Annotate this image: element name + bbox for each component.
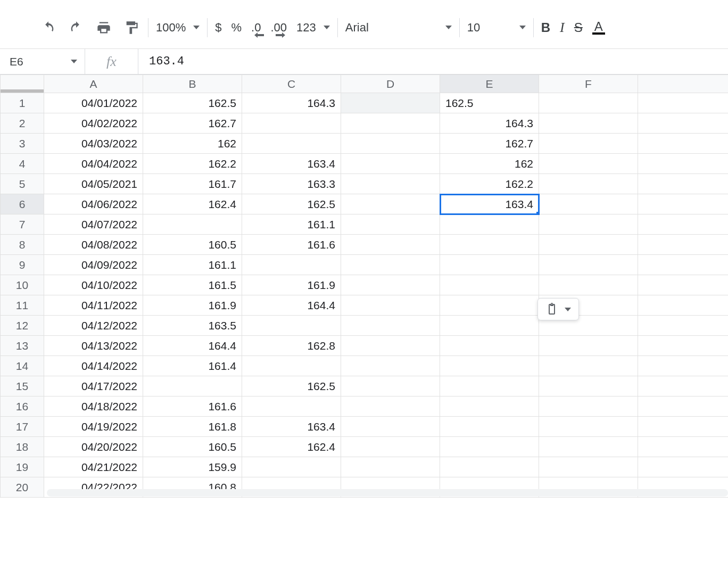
cell-A4[interactable]: 04/04/2022 <box>44 154 143 174</box>
row-header-14[interactable]: 14 <box>1 356 44 376</box>
row-header-12[interactable]: 12 <box>1 316 44 336</box>
cell-blank-2[interactable] <box>638 113 729 134</box>
strikethrough-button[interactable]: S <box>574 20 583 35</box>
cell-D3[interactable] <box>341 134 440 154</box>
row-header-1[interactable]: 1 <box>1 93 44 113</box>
cell-C19[interactable] <box>242 457 341 477</box>
cell-B7[interactable] <box>143 214 242 235</box>
cell-C12[interactable] <box>242 316 341 336</box>
cell-blank-19[interactable] <box>638 457 729 477</box>
col-header-A[interactable]: A <box>44 75 143 93</box>
cell-B12[interactable]: 163.5 <box>143 316 242 336</box>
cell-D19[interactable] <box>341 457 440 477</box>
format-currency-button[interactable]: $ <box>215 21 221 35</box>
cell-C1[interactable]: 164.3 <box>242 93 341 113</box>
cell-blank-6[interactable] <box>638 194 729 214</box>
cell-blank-14[interactable] <box>638 356 729 376</box>
cell-A14[interactable]: 04/14/2022 <box>44 356 143 376</box>
cell-blank-13[interactable] <box>638 336 729 356</box>
cell-A12[interactable]: 04/12/2022 <box>44 316 143 336</box>
font-family-select[interactable]: Arial <box>345 21 452 35</box>
cell-D11[interactable] <box>341 295 440 316</box>
cell-C7[interactable]: 161.1 <box>242 214 341 235</box>
row-header-3[interactable]: 3 <box>1 134 44 154</box>
cell-B17[interactable]: 161.8 <box>143 417 242 437</box>
cell-E15[interactable] <box>440 376 539 396</box>
cell-C4[interactable]: 163.4 <box>242 154 341 174</box>
cell-F13[interactable] <box>539 336 638 356</box>
row-header-8[interactable]: 8 <box>1 235 44 255</box>
cell-F7[interactable] <box>539 214 638 235</box>
cell-B18[interactable]: 160.5 <box>143 437 242 457</box>
cell-B15[interactable] <box>143 376 242 396</box>
cell-A7[interactable]: 04/07/2022 <box>44 214 143 235</box>
row-header-11[interactable]: 11 <box>1 295 44 316</box>
cell-F17[interactable] <box>539 417 638 437</box>
cell-F10[interactable] <box>539 275 638 295</box>
cell-D16[interactable] <box>341 396 440 417</box>
select-all-corner[interactable] <box>1 75 44 93</box>
cell-A10[interactable]: 04/10/2022 <box>44 275 143 295</box>
zoom-select[interactable]: 100% <box>156 21 200 35</box>
cell-F2[interactable] <box>539 113 638 134</box>
font-size-select[interactable]: 10 <box>467 21 526 35</box>
cell-A15[interactable]: 04/17/2022 <box>44 376 143 396</box>
cell-E16[interactable] <box>440 396 539 417</box>
cell-A5[interactable]: 04/05/2021 <box>44 174 143 194</box>
row-header-4[interactable]: 4 <box>1 154 44 174</box>
cell-B5[interactable]: 161.7 <box>143 174 242 194</box>
cell-A3[interactable]: 04/03/2022 <box>44 134 143 154</box>
cell-E6[interactable]: 163.4 <box>440 194 539 214</box>
cell-F8[interactable] <box>539 235 638 255</box>
cell-D8[interactable] <box>341 235 440 255</box>
cell-blank-7[interactable] <box>638 214 729 235</box>
cell-blank-9[interactable] <box>638 255 729 275</box>
cell-F3[interactable] <box>539 134 638 154</box>
cell-D18[interactable] <box>341 437 440 457</box>
cell-A17[interactable]: 04/19/2022 <box>44 417 143 437</box>
cell-F9[interactable] <box>539 255 638 275</box>
cell-D12[interactable] <box>341 316 440 336</box>
row-header-2[interactable]: 2 <box>1 113 44 134</box>
cell-E1[interactable]: 162.5 <box>440 93 539 113</box>
cell-C17[interactable]: 163.4 <box>242 417 341 437</box>
cell-D13[interactable] <box>341 336 440 356</box>
cell-E2[interactable]: 164.3 <box>440 113 539 134</box>
undo-icon[interactable] <box>39 19 57 37</box>
col-header-B[interactable]: B <box>143 75 242 93</box>
cell-A11[interactable]: 04/11/2022 <box>44 295 143 316</box>
cell-B3[interactable]: 162 <box>143 134 242 154</box>
cell-A13[interactable]: 04/13/2022 <box>44 336 143 356</box>
cell-C6[interactable]: 162.5 <box>242 194 341 214</box>
cell-F6[interactable] <box>539 194 638 214</box>
redo-icon[interactable] <box>67 19 85 37</box>
cell-F4[interactable] <box>539 154 638 174</box>
cell-B14[interactable]: 161.4 <box>143 356 242 376</box>
cell-D5[interactable] <box>341 174 440 194</box>
cell-E4[interactable]: 162 <box>440 154 539 174</box>
horizontal-scrollbar[interactable] <box>47 489 728 497</box>
cell-blank-8[interactable] <box>638 235 729 255</box>
row-header-15[interactable]: 15 <box>1 376 44 396</box>
cell-B6[interactable]: 162.4 <box>143 194 242 214</box>
cell-B19[interactable]: 159.9 <box>143 457 242 477</box>
cell-D4[interactable] <box>341 154 440 174</box>
formula-input[interactable]: 163.4 <box>138 49 728 74</box>
col-header-G[interactable] <box>638 75 729 93</box>
cell-C15[interactable]: 162.5 <box>242 376 341 396</box>
cell-E3[interactable]: 162.7 <box>440 134 539 154</box>
row-header-13[interactable]: 13 <box>1 336 44 356</box>
cell-D9[interactable] <box>341 255 440 275</box>
cell-D15[interactable] <box>341 376 440 396</box>
cell-A2[interactable]: 04/02/2022 <box>44 113 143 134</box>
cell-blank-16[interactable] <box>638 396 729 417</box>
cell-B2[interactable]: 162.7 <box>143 113 242 134</box>
cell-E5[interactable]: 162.2 <box>440 174 539 194</box>
row-header-20[interactable]: 20 <box>1 477 44 498</box>
col-header-F[interactable]: F <box>539 75 638 93</box>
format-percent-button[interactable]: % <box>231 21 242 35</box>
cell-F18[interactable] <box>539 437 638 457</box>
cell-A19[interactable]: 04/21/2022 <box>44 457 143 477</box>
row-header-6[interactable]: 6 <box>1 194 44 214</box>
cell-blank-17[interactable] <box>638 417 729 437</box>
